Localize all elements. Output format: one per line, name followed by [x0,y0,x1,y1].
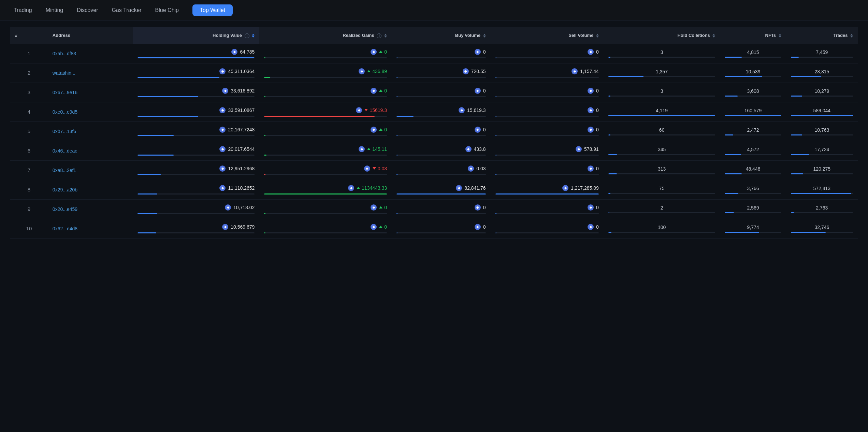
cell-address[interactable]: 0xe0...e9d5 [48,102,133,121]
hold-collections-sort-icon[interactable] [712,34,715,38]
eth-icon: ◆ [475,127,481,133]
nfts-sort-icon[interactable] [779,34,781,38]
cell-address[interactable]: 0x46...deac [48,141,133,160]
cell-address[interactable]: 0x67...9e16 [48,83,133,102]
col-sell-volume[interactable]: Sell Volume [491,27,604,44]
col-trades[interactable]: Trades [786,27,858,44]
address-link[interactable]: 0x46...deac [53,148,77,154]
hold-collections-amount: 1,357 [656,69,668,74]
realized-gains-amount: 1134443.33 [362,185,387,191]
nav-gas-tracker[interactable]: Gas Tracker [112,6,141,15]
trades-amount: 10,763 [814,127,829,133]
address-link[interactable]: 0x20...e459 [53,206,77,212]
cell-realized-gains: ◆ 1134443.33 [259,180,392,199]
cell-address[interactable]: 0x62...e4d8 [48,219,133,238]
holding-value-info-icon[interactable]: i [245,33,249,38]
trades-amount: 572,413 [813,186,831,191]
trades-amount: 28,815 [814,69,829,74]
cell-trades: 28,815 [786,63,858,83]
col-holding-value[interactable]: Holding Value i [133,27,260,44]
cell-hold-collections: 3 [604,44,720,63]
address-link[interactable]: watashin... [53,70,75,76]
cell-rank: 7 [10,160,48,180]
cell-trades: 17,724 [786,141,858,160]
cell-trades: 10,763 [786,121,858,141]
table-row: 10xab...df83 ◆ 64,785 ◆ 0 ◆ 0 [10,44,858,63]
address-link[interactable]: 0xa8...2ef1 [53,168,76,173]
address-link[interactable]: 0xab...df83 [53,51,76,56]
cell-trades: 32,746 [786,219,858,238]
trades-amount: 2,763 [816,205,828,211]
buy-volume-amount: 82,841.76 [464,185,486,191]
nav-discover[interactable]: Discover [77,6,98,15]
eth-icon: ◆ [371,224,377,230]
cell-realized-gains: ◆ 0 [259,44,392,63]
address-link[interactable]: 0x29...a20b [53,187,77,192]
sell-volume-amount: 1,217,285.09 [571,185,599,191]
buy-volume-amount: 0 [483,224,486,230]
cell-trades: 2,763 [786,199,858,219]
sell-volume-amount: 0 [596,224,599,230]
cell-sell-volume: ◆ 0 [491,83,604,102]
address-link[interactable]: 0xe0...e9d5 [53,109,77,115]
realized-gains-info-icon[interactable]: i [377,33,381,38]
eth-icon: ◆ [468,165,474,172]
cell-address[interactable]: watashin... [48,63,133,83]
cell-holding-value: ◆ 10,569.679 [133,219,260,238]
realized-gains-amount: 0 [384,224,387,230]
sell-volume-sort-icon[interactable] [596,34,599,38]
cell-buy-volume: ◆ 0 [392,44,491,63]
gain-up-arrow [367,148,371,150]
eth-icon: ◆ [465,146,472,152]
hold-collections-amount: 60 [659,127,665,133]
nav-minting[interactable]: Minting [46,6,63,15]
table-row: 2watashin... ◆ 45,311.0364 ◆ 436.89 ◆ [10,63,858,83]
nav-top-wallet[interactable]: Top Wallet [192,4,233,16]
cell-address[interactable]: 0xab...df83 [48,44,133,63]
cell-address[interactable]: 0x20...e459 [48,199,133,219]
realized-gains-sort-icon[interactable] [384,34,387,38]
cell-hold-collections: 75 [604,180,720,199]
eth-icon: ◆ [219,127,226,133]
col-nfts[interactable]: NFTs [720,27,786,44]
address-link[interactable]: 0x62...e4d8 [53,226,77,231]
table-row: 90x20...e459 ◆ 10,718.02 ◆ 0 ◆ 0 [10,199,858,219]
cell-address[interactable]: 0xa8...2ef1 [48,160,133,180]
holding-value-amount: 12,951.2968 [228,166,255,171]
nfts-amount: 4,815 [747,49,759,55]
cell-rank: 8 [10,180,48,199]
nav-trading[interactable]: Trading [14,6,32,15]
eth-icon: ◆ [588,88,594,94]
eth-icon: ◆ [356,107,362,113]
col-hold-collections[interactable]: Hold Colletions [604,27,720,44]
cell-sell-volume: ◆ 0 [491,160,604,180]
cell-trades: 7,459 [786,44,858,63]
col-realized-gains[interactable]: Realized Gains i [259,27,392,44]
address-link[interactable]: 0x67...9e16 [53,90,77,95]
trades-sort-icon[interactable] [850,34,853,38]
holding-value-sort-icon[interactable] [252,34,255,38]
col-buy-volume[interactable]: Buy Volume [392,27,491,44]
trades-amount: 120,275 [813,166,831,172]
table-row: 30x67...9e16 ◆ 33,616.892 ◆ 0 ◆ 0 [10,83,858,102]
trades-amount: 17,724 [814,147,829,152]
cell-rank: 5 [10,121,48,141]
cell-address[interactable]: 0x29...a20b [48,180,133,199]
cell-sell-volume: ◆ 0 [491,121,604,141]
sell-volume-amount: 0 [596,49,599,55]
cell-rank: 2 [10,63,48,83]
table-header-row: # Address Holding Value i Realized Gains… [10,27,858,44]
eth-icon: ◆ [475,49,481,55]
address-link[interactable]: 0xb7...13f6 [53,129,76,134]
realized-gains-amount: 0.03 [378,166,387,171]
buy-volume-sort-icon[interactable] [483,34,486,38]
cell-hold-collections: 60 [604,121,720,141]
cell-holding-value: ◆ 45,311.0364 [133,63,260,83]
nav-blue-chip[interactable]: Blue Chip [155,6,179,15]
cell-address[interactable]: 0xb7...13f6 [48,121,133,141]
eth-icon: ◆ [371,127,377,133]
table-row: 40xe0...e9d5 ◆ 33,591.0867 ◆ 15619.3 ◆ [10,102,858,121]
cell-realized-gains: ◆ 0 [259,219,392,238]
cell-buy-volume: ◆ 720.55 [392,63,491,83]
eth-icon: ◆ [463,68,469,74]
